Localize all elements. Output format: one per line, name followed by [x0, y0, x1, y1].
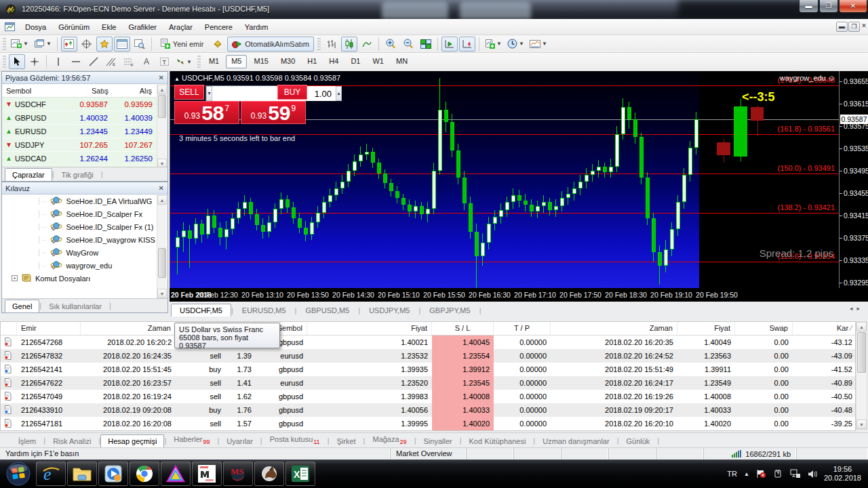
status-profile[interactable]: Market Overview [391, 448, 467, 460]
taskbar-app-internet-explorer[interactable]: e [36, 462, 66, 486]
fibonacci-tool[interactable]: F [121, 54, 137, 69]
navigator-item[interactable]: ┊··SoeHoe.ID_waygrow KISS 2. [2, 233, 167, 246]
history-table-row[interactable]: 21265478322018.02.20 16:24:35sell1.39eur… [1, 349, 855, 363]
menu-dosya[interactable]: Dosya [19, 20, 52, 34]
chart-tab-usdchfm5[interactable]: USDCHF,M5 [171, 304, 231, 317]
terminal-tab-0[interactable]: İşlem [11, 434, 43, 447]
column-header-11[interactable]: Kar ⁄ [793, 322, 856, 335]
child-minimize-button[interactable]: ▬ [836, 22, 848, 32]
market-watch-tab-1[interactable]: Tik grafiği [54, 168, 101, 181]
toolbar-grip[interactable] [3, 38, 6, 50]
market-watch-titlebar[interactable]: Piyasa Gözlemi: 19:56:57 ✕ [2, 72, 167, 84]
chart-tab-eurusdm5[interactable]: EURUSD,M5 [233, 304, 295, 317]
chart-tab-gbpjpym5[interactable]: GBPJPY,M5 [420, 304, 479, 317]
text-tool[interactable]: A [138, 54, 155, 69]
column-header-5[interactable]: Fiyat [307, 322, 432, 335]
column-header-9[interactable]: Fiyat [677, 322, 735, 335]
column-header-6[interactable]: S / L [432, 322, 494, 335]
taskbar-app-horse-app[interactable] [254, 462, 284, 486]
volume-icon[interactable] [808, 470, 817, 479]
auto-scroll-button[interactable] [441, 37, 458, 52]
timeframe-M5[interactable]: M5 [226, 55, 247, 68]
column-header-0[interactable]: Emir [17, 322, 81, 335]
navigator-item[interactable]: ┊··waygrow_edu [2, 259, 167, 272]
terminal-tab-8[interactable]: Sinyaller [416, 434, 459, 447]
start-button[interactable] [5, 461, 31, 487]
close-button[interactable]: ✕ [839, 0, 867, 13]
templates-button[interactable]: ▼ [528, 37, 549, 52]
candlestick-mode-button[interactable] [341, 37, 357, 52]
sell-button[interactable]: SELL [174, 85, 204, 100]
timeframe-M30[interactable]: M30 [275, 55, 300, 68]
connection-status[interactable]: 16862/291 kb [704, 448, 797, 460]
tile-windows-button[interactable] [418, 37, 434, 52]
chart-tab-usdjpym5[interactable]: USDJPY,M5 [360, 304, 418, 317]
language-indicator[interactable]: TR [727, 470, 737, 478]
timeframe-H4[interactable]: H4 [323, 55, 344, 68]
menu-pencere[interactable]: Pencere [199, 20, 239, 34]
new-chart-button[interactable]: ▼ [9, 37, 31, 52]
history-table-row[interactable]: 21264339102018.02.19 09:20:08buy1.76gbpu… [1, 403, 855, 417]
taskbar-app-chrome[interactable] [130, 462, 159, 486]
volume-input[interactable] [212, 86, 336, 101]
navigator-tab-1[interactable]: Sık kullanılanlar [41, 300, 109, 312]
toolbar-grip[interactable] [197, 56, 201, 68]
new-order-button[interactable]: Yeni emir [155, 37, 208, 52]
column-symbol[interactable]: Sembol [2, 87, 72, 95]
navigator-tab-0[interactable]: Genel [5, 300, 39, 312]
navigator-folder-scripts[interactable]: +Komut Dosyaları [2, 272, 167, 285]
market-watch-row[interactable]: ▲EURUSD1.234451.23449 [2, 125, 167, 138]
tray-clock[interactable]: 19:5620.02.2018 [824, 465, 861, 483]
terminal-tab-5[interactable]: Posta kutusu11 [262, 432, 328, 447]
buy-price-button[interactable]: 0.93 59 9 [241, 101, 306, 124]
data-window-button[interactable] [79, 37, 95, 52]
metaeditor-button[interactable] [210, 37, 226, 52]
terminal-toggle[interactable] [114, 37, 130, 52]
vertical-line-tool[interactable] [50, 54, 66, 69]
timeframe-W1[interactable]: W1 [367, 55, 389, 68]
taskbar-app-excel[interactable]: X [285, 462, 315, 486]
arrows-tool[interactable]: ▼ [174, 54, 194, 69]
maximize-button[interactable]: ❐ [819, 0, 838, 13]
market-watch-toggle[interactable] [61, 37, 77, 52]
timeframe-M1[interactable]: M1 [203, 55, 224, 68]
indicators-button[interactable]: ▼ [483, 37, 504, 52]
terminal-scrollbar[interactable]: ▲ ▼ [856, 321, 867, 430]
horizontal-line-tool[interactable] [68, 54, 84, 69]
history-table-row[interactable]: 21265476222018.02.20 16:23:57sell1.41eur… [1, 376, 855, 390]
text-label-tool[interactable]: T [156, 54, 172, 69]
terminal-tab-6[interactable]: Şirket [329, 434, 363, 447]
menu-görünüm[interactable]: Görünüm [52, 20, 96, 34]
navigator-titlebar[interactable]: Kılavuz ✕ [2, 182, 167, 195]
toolbar-grip[interactable] [317, 38, 321, 50]
menu-ekle[interactable]: Ekle [96, 20, 122, 34]
navigator-close-icon[interactable]: ✕ [159, 184, 164, 192]
market-watch-tab-0[interactable]: Çaprazlar [5, 168, 52, 181]
column-header-10[interactable]: Swap [735, 322, 793, 335]
line-chart-mode-button[interactable] [359, 37, 375, 52]
menu-yardım[interactable]: Yardım [239, 20, 275, 34]
minimize-button[interactable]: ▬ [799, 0, 818, 13]
channel-tool[interactable]: E [103, 54, 119, 69]
menu-araçlar[interactable]: Araçlar [163, 20, 199, 34]
taskbar-app-media-player[interactable] [98, 462, 128, 486]
timeframe-D1[interactable]: D1 [345, 55, 366, 68]
navigator-item[interactable]: ┊··SoeHoe.ID_Scalper Fx (1) [2, 220, 167, 233]
crosshair-tool-button[interactable] [26, 54, 43, 69]
child-restore-button[interactable]: ❐ [848, 22, 860, 32]
column-header-8[interactable]: Zaman [551, 322, 677, 335]
terminal-tab-10[interactable]: Uzman danışmanlar [535, 434, 616, 447]
chart-shift-button[interactable] [459, 37, 475, 52]
history-table-row[interactable]: 21265421412018.02.20 15:51:45buy1.73gbpu… [1, 363, 855, 376]
price-axis[interactable]: 0.936550.936150.935750.935350.934950.934… [839, 71, 868, 288]
power-plug-icon[interactable] [773, 469, 783, 479]
cursor-tool-button[interactable] [9, 54, 25, 69]
timeframe-H1[interactable]: H1 [302, 55, 322, 68]
column-header-1[interactable]: Zaman [81, 322, 176, 335]
chart-plot[interactable]: (176.4) - 0.93648(161.8) - 0.93561(150.0… [170, 71, 839, 288]
volume-decrease-button[interactable]: ▼ [206, 86, 212, 101]
terminal-tab-11[interactable]: Günlük [618, 434, 657, 447]
child-close-button[interactable]: ✕ [861, 22, 867, 32]
strategy-tester-button[interactable] [132, 37, 148, 52]
market-watch-close-icon[interactable]: ✕ [159, 74, 164, 81]
